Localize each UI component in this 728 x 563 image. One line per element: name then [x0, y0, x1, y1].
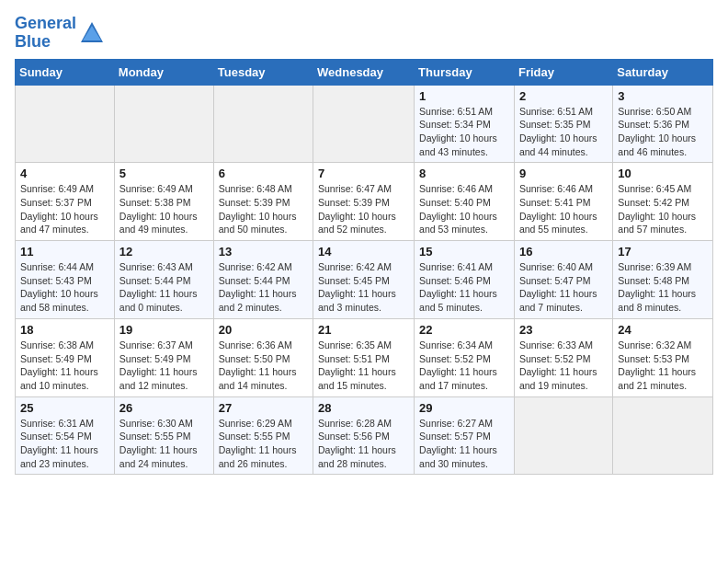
calendar-cell: 14Sunrise: 6:42 AM Sunset: 5:45 PM Dayli…	[313, 241, 415, 319]
calendar-cell	[16, 85, 115, 163]
day-number: 16	[519, 245, 608, 259]
day-number: 22	[419, 323, 509, 337]
calendar-cell	[613, 396, 713, 475]
calendar-week-row: 25Sunrise: 6:31 AM Sunset: 5:54 PM Dayli…	[16, 396, 713, 475]
day-number: 9	[519, 167, 608, 180]
calendar-cell: 18Sunrise: 6:38 AM Sunset: 5:49 PM Dayli…	[16, 318, 115, 396]
calendar-cell	[514, 396, 612, 475]
calendar-cell: 23Sunrise: 6:33 AM Sunset: 5:52 PM Dayli…	[514, 318, 612, 396]
calendar-cell: 2Sunrise: 6:51 AM Sunset: 5:35 PM Daylig…	[514, 85, 612, 163]
day-detail: Sunrise: 6:46 AM Sunset: 5:41 PM Dayligh…	[519, 182, 608, 236]
header-day: Saturday	[613, 59, 713, 85]
day-detail: Sunrise: 6:43 AM Sunset: 5:44 PM Dayligh…	[119, 260, 209, 315]
day-detail: Sunrise: 6:30 AM Sunset: 5:55 PM Dayligh…	[119, 417, 209, 471]
header-day: Monday	[114, 59, 213, 85]
day-number: 13	[219, 245, 308, 259]
calendar-cell: 22Sunrise: 6:34 AM Sunset: 5:52 PM Dayli…	[415, 318, 515, 396]
day-detail: Sunrise: 6:28 AM Sunset: 5:56 PM Dayligh…	[318, 417, 409, 471]
day-number: 6	[219, 167, 308, 180]
day-detail: Sunrise: 6:42 AM Sunset: 5:45 PM Dayligh…	[318, 260, 409, 315]
day-detail: Sunrise: 6:49 AM Sunset: 5:38 PM Dayligh…	[119, 182, 209, 236]
calendar-cell: 4Sunrise: 6:49 AM Sunset: 5:37 PM Daylig…	[16, 163, 115, 241]
calendar-week-row: 4Sunrise: 6:49 AM Sunset: 5:37 PM Daylig…	[16, 163, 713, 241]
header-day: Friday	[514, 59, 612, 85]
header-day: Tuesday	[213, 59, 313, 85]
day-detail: Sunrise: 6:38 AM Sunset: 5:49 PM Dayligh…	[20, 339, 109, 393]
calendar-header: SundayMondayTuesdayWednesdayThursdayFrid…	[16, 59, 713, 85]
day-detail: Sunrise: 6:34 AM Sunset: 5:52 PM Dayligh…	[419, 339, 509, 393]
calendar-week-row: 11Sunrise: 6:44 AM Sunset: 5:43 PM Dayli…	[16, 241, 713, 319]
calendar-week-row: 1Sunrise: 6:51 AM Sunset: 5:34 PM Daylig…	[16, 85, 713, 163]
day-number: 17	[618, 245, 708, 259]
day-detail: Sunrise: 6:36 AM Sunset: 5:50 PM Dayligh…	[219, 339, 308, 393]
day-number: 23	[519, 323, 608, 337]
day-detail: Sunrise: 6:29 AM Sunset: 5:55 PM Dayligh…	[219, 417, 308, 471]
calendar-cell: 15Sunrise: 6:41 AM Sunset: 5:46 PM Dayli…	[415, 241, 515, 319]
day-detail: Sunrise: 6:42 AM Sunset: 5:44 PM Dayligh…	[219, 260, 308, 315]
day-detail: Sunrise: 6:31 AM Sunset: 5:54 PM Dayligh…	[20, 417, 109, 471]
day-number: 2	[519, 89, 608, 103]
day-detail: Sunrise: 6:50 AM Sunset: 5:36 PM Dayligh…	[618, 105, 708, 159]
day-detail: Sunrise: 6:48 AM Sunset: 5:39 PM Dayligh…	[219, 182, 308, 236]
day-number: 29	[419, 401, 509, 415]
day-number: 21	[318, 323, 409, 337]
day-detail: Sunrise: 6:27 AM Sunset: 5:57 PM Dayligh…	[419, 417, 509, 471]
calendar-cell: 28Sunrise: 6:28 AM Sunset: 5:56 PM Dayli…	[313, 396, 415, 475]
calendar-cell: 8Sunrise: 6:46 AM Sunset: 5:40 PM Daylig…	[415, 163, 515, 241]
header: General Blue	[15, 15, 713, 52]
day-number: 4	[20, 167, 109, 180]
calendar-cell: 16Sunrise: 6:40 AM Sunset: 5:47 PM Dayli…	[514, 241, 612, 319]
calendar-cell	[114, 85, 213, 163]
calendar-cell: 29Sunrise: 6:27 AM Sunset: 5:57 PM Dayli…	[415, 396, 515, 475]
day-number: 26	[119, 401, 209, 415]
calendar-cell: 17Sunrise: 6:39 AM Sunset: 5:48 PM Dayli…	[613, 241, 713, 319]
calendar-cell: 10Sunrise: 6:45 AM Sunset: 5:42 PM Dayli…	[613, 163, 713, 241]
calendar-cell: 11Sunrise: 6:44 AM Sunset: 5:43 PM Dayli…	[16, 241, 115, 319]
calendar-cell: 21Sunrise: 6:35 AM Sunset: 5:51 PM Dayli…	[313, 318, 415, 396]
day-detail: Sunrise: 6:41 AM Sunset: 5:46 PM Dayligh…	[419, 260, 509, 315]
day-detail: Sunrise: 6:51 AM Sunset: 5:34 PM Dayligh…	[419, 105, 509, 159]
calendar-cell: 13Sunrise: 6:42 AM Sunset: 5:44 PM Dayli…	[213, 241, 313, 319]
day-detail: Sunrise: 6:51 AM Sunset: 5:35 PM Dayligh…	[519, 105, 608, 159]
day-detail: Sunrise: 6:39 AM Sunset: 5:48 PM Dayligh…	[618, 260, 708, 315]
day-number: 11	[20, 245, 109, 259]
header-day: Thursday	[415, 59, 515, 85]
header-day: Wednesday	[313, 59, 415, 85]
calendar-cell: 3Sunrise: 6:50 AM Sunset: 5:36 PM Daylig…	[613, 85, 713, 163]
day-detail: Sunrise: 6:46 AM Sunset: 5:40 PM Dayligh…	[419, 182, 509, 236]
day-number: 27	[219, 401, 308, 415]
day-number: 20	[219, 323, 308, 337]
day-number: 1	[419, 89, 509, 103]
calendar-cell: 5Sunrise: 6:49 AM Sunset: 5:38 PM Daylig…	[114, 163, 213, 241]
day-number: 24	[618, 323, 708, 337]
calendar-cell: 26Sunrise: 6:30 AM Sunset: 5:55 PM Dayli…	[114, 396, 213, 475]
day-number: 15	[419, 245, 509, 259]
day-detail: Sunrise: 6:44 AM Sunset: 5:43 PM Dayligh…	[20, 260, 109, 315]
day-detail: Sunrise: 6:32 AM Sunset: 5:53 PM Dayligh…	[618, 339, 708, 393]
logo-text: General Blue	[15, 15, 76, 52]
calendar-cell: 19Sunrise: 6:37 AM Sunset: 5:49 PM Dayli…	[114, 318, 213, 396]
calendar-cell: 1Sunrise: 6:51 AM Sunset: 5:34 PM Daylig…	[415, 85, 515, 163]
day-number: 12	[119, 245, 209, 259]
calendar-cell	[313, 85, 415, 163]
day-number: 28	[318, 401, 409, 415]
day-number: 14	[318, 245, 409, 259]
calendar-cell: 12Sunrise: 6:43 AM Sunset: 5:44 PM Dayli…	[114, 241, 213, 319]
logo: General Blue	[15, 15, 105, 52]
day-detail: Sunrise: 6:47 AM Sunset: 5:39 PM Dayligh…	[318, 182, 409, 236]
calendar-cell: 20Sunrise: 6:36 AM Sunset: 5:50 PM Dayli…	[213, 318, 313, 396]
calendar-week-row: 18Sunrise: 6:38 AM Sunset: 5:49 PM Dayli…	[16, 318, 713, 396]
day-number: 19	[119, 323, 209, 337]
day-number: 10	[618, 167, 708, 180]
calendar-cell: 25Sunrise: 6:31 AM Sunset: 5:54 PM Dayli…	[16, 396, 115, 475]
calendar-cell: 9Sunrise: 6:46 AM Sunset: 5:41 PM Daylig…	[514, 163, 612, 241]
calendar-cell	[213, 85, 313, 163]
day-number: 8	[419, 167, 509, 180]
day-detail: Sunrise: 6:40 AM Sunset: 5:47 PM Dayligh…	[519, 260, 608, 315]
day-detail: Sunrise: 6:35 AM Sunset: 5:51 PM Dayligh…	[318, 339, 409, 393]
day-detail: Sunrise: 6:49 AM Sunset: 5:37 PM Dayligh…	[20, 182, 109, 236]
day-number: 3	[618, 89, 708, 103]
calendar-cell: 27Sunrise: 6:29 AM Sunset: 5:55 PM Dayli…	[213, 396, 313, 475]
calendar-table: SundayMondayTuesdayWednesdayThursdayFrid…	[15, 59, 713, 476]
calendar-cell: 6Sunrise: 6:48 AM Sunset: 5:39 PM Daylig…	[213, 163, 313, 241]
